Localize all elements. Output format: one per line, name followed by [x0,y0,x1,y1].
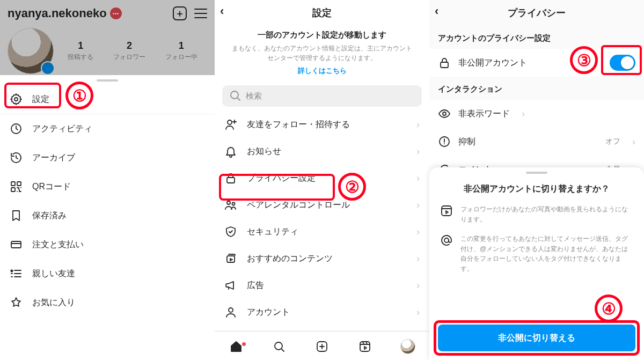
stat-following[interactable]: 1 フォロー中 [165,40,197,62]
row-label: ペアレンタルコントロール [247,200,350,211]
reels-icon [440,204,453,217]
sheet-para-2: この変更を行ってもあなたに対してメッセージ送信、タグ付け、@メンションできる人は… [429,234,644,283]
row-label: 友達をフォロー・招待する [247,119,350,130]
section-account-privacy: アカウントのプライバシー設定 [429,26,644,49]
new-post-icon[interactable]: ＋ [173,6,187,20]
back-button[interactable]: ‹ [220,5,224,17]
qr-icon [10,180,23,193]
row-private-account[interactable]: 非公開アカウント [429,49,644,77]
hamburger-menu-icon[interactable] [194,9,207,18]
bookmark-icon [10,209,23,222]
megaphone-icon [224,279,237,292]
settings-notice: 一部のアカウント設定が移動します まもなく、あなたのアカウント情報と設定は、主に… [215,26,429,81]
menu-label: 親しい友達 [32,268,75,279]
notice-desc: まもなく、あなたのアカウント情報と設定は、主にアカウントセンターで管理するように… [230,43,414,63]
nav-title: プライバシー [508,6,566,19]
annotation-badge-4: ④ [595,294,623,322]
confirm-private-sheet: 非公開アカウントに切り替えますか？ フォロワーだけがあなたの写真や動画を見られる… [429,167,644,361]
row-account[interactable]: アカウント › [215,299,429,326]
row-restrict[interactable]: 抑制 オフ › [429,128,644,156]
row-ads[interactable]: 広告 › [215,272,429,299]
menu-qr[interactable]: QRコード [0,172,215,201]
username[interactable]: nyanya.nekoneko [8,6,107,20]
restrict-icon [438,135,451,148]
mention-icon [440,234,453,247]
user-icon [224,306,237,319]
private-toggle[interactable] [610,55,635,71]
row-follow-invite[interactable]: 友達をフォロー・招待する › [215,111,429,138]
chevron-right-icon: › [416,307,420,318]
menu-saved[interactable]: 保存済み [0,201,215,230]
row-security[interactable]: セキュリティ › [215,218,429,245]
search-input[interactable]: 検索 [222,85,422,107]
confirm-private-button[interactable]: 非公開に切り替える [438,325,635,351]
stat-followers[interactable]: 2 フォロワー [113,40,145,62]
lock-icon [438,56,451,69]
shield-icon [224,225,237,238]
svg-rect-16 [441,62,448,68]
bottom-tabbar [215,331,429,361]
menu-label: アクティビティ [32,123,92,135]
bell-icon [224,145,237,158]
menu-activity[interactable]: アクティビティ [0,114,215,143]
row-notifications[interactable]: お知らせ › [215,138,429,165]
row-parental[interactable]: ペアレンタルコントロール › [215,191,429,218]
sheet-grabber[interactable] [526,172,547,174]
menu-close-friends[interactable]: 親しい友達 [0,259,215,288]
search-icon [229,89,241,104]
row-label: プライバシー設定 [247,173,316,184]
back-button[interactable]: ‹ [435,5,438,17]
row-privacy[interactable]: プライバシー設定 › [215,165,429,191]
tab-reels[interactable] [357,339,372,354]
svg-point-12 [229,308,233,312]
sheet-grabber[interactable] [97,79,118,82]
chevron-right-icon: › [416,253,420,264]
card-icon [10,238,23,251]
avatar[interactable] [8,28,54,74]
chevron-right-icon: › [416,146,420,157]
notification-dot-icon [242,342,246,346]
sheet-para-1: フォロワーだけがあなたの写真や動画を見られるようになります。 [429,204,644,234]
pane-profile: nyanya.nekoneko ••• ＋ 1 投稿する 2 フォロワー 1 フ… [0,0,215,361]
eye-hide-icon [438,107,451,120]
svg-point-6 [231,91,238,99]
menu-label: アーカイブ [32,152,75,164]
tab-search[interactable] [272,339,287,354]
sheet-para-text: フォロワーだけがあなたの写真や動画を見られるようになります。 [460,204,633,224]
row-label: 非表示ワード [458,108,510,120]
menu-archive[interactable]: アーカイブ [0,143,215,172]
row-recommend[interactable]: おすすめのコンテンツ › [215,245,429,272]
stat-posts[interactable]: 1 投稿する [68,40,93,62]
menu-favorites[interactable]: お気に入り [0,288,215,317]
menu-settings[interactable]: 設定 [0,85,215,114]
privacy-nav: ‹ プライバシー [429,0,644,26]
list-star-icon [10,267,23,280]
svg-point-9 [227,201,230,204]
tab-new-post[interactable] [314,339,330,354]
notice-link[interactable]: 詳しくはこちら [230,66,414,76]
add-friend-icon [224,118,237,131]
star-icon [10,296,23,309]
svg-rect-8 [227,178,235,183]
tab-profile[interactable] [400,339,415,354]
svg-point-0 [14,98,18,101]
chevron-right-icon: › [632,136,635,148]
svg-point-7 [228,120,232,124]
settings-nav: ‹ 設定 [215,0,429,26]
clock-icon [10,122,23,135]
media-icon [224,252,237,265]
row-hidden-words[interactable]: 非表示ワード › [429,100,644,128]
chevron-right-icon: › [522,108,525,120]
notice-title: 一部のアカウント設定が移動します [230,30,414,40]
profile-stats-row: 1 投稿する 2 フォロワー 1 フォロー中 [0,23,215,74]
sheet-para-text: この変更を行ってもあなたに対してメッセージ送信、タグ付け、@メンションできる人は… [460,234,633,274]
menu-orders[interactable]: 注文と支払い [0,230,215,259]
chevron-right-icon: › [416,119,420,130]
row-label: 抑制 [458,136,475,148]
chevron-right-icon: › [416,280,420,291]
chevron-right-icon: › [416,226,420,238]
tab-home[interactable] [229,339,244,354]
menu-label: 注文と支払い [32,239,84,251]
add-story-badge-icon[interactable] [41,61,55,75]
gear-icon [10,93,23,106]
